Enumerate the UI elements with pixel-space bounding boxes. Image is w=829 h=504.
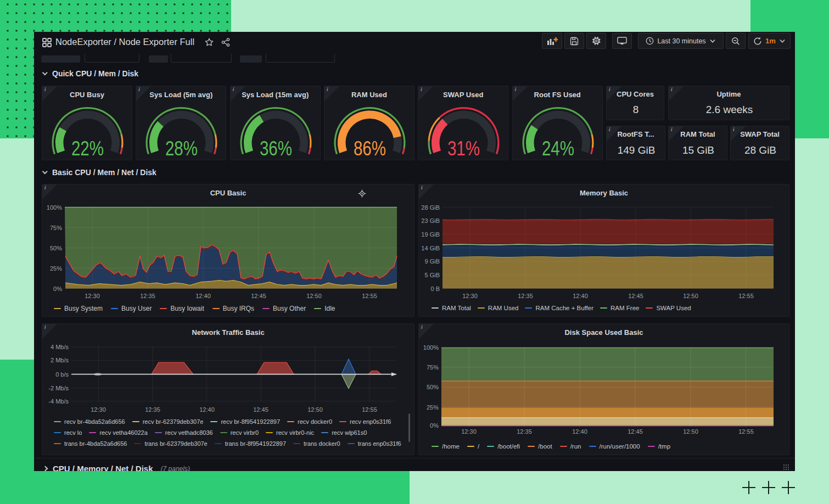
svg-text:12:35: 12:35 (140, 293, 155, 299)
svg-text:12:30: 12:30 (85, 293, 100, 299)
svg-text:50%: 50% (427, 384, 439, 390)
svg-text:-4 Mb/s: -4 Mb/s (48, 398, 69, 405)
svg-text:12:30: 12:30 (461, 428, 477, 435)
svg-text:100%: 100% (423, 344, 439, 351)
svg-text:0 B: 0 B (430, 285, 440, 292)
svg-text:12:45: 12:45 (253, 406, 268, 413)
svg-text:25%: 25% (50, 265, 62, 272)
svg-text:12:35: 12:35 (517, 428, 532, 435)
svg-text:25%: 25% (427, 404, 439, 411)
svg-text:5 GiB: 5 GiB (424, 272, 440, 278)
svg-text:12:40: 12:40 (199, 406, 215, 413)
svg-text:23 GiB: 23 GiB (421, 217, 440, 224)
svg-text:12:30: 12:30 (91, 406, 106, 413)
svg-text:12:45: 12:45 (628, 428, 643, 435)
svg-text:12:40: 12:40 (572, 428, 587, 435)
svg-text:12:55: 12:55 (738, 428, 754, 435)
svg-text:12:55: 12:55 (362, 406, 377, 413)
svg-text:12:55: 12:55 (738, 293, 754, 299)
svg-text:0 b/s: 0 b/s (55, 371, 69, 378)
svg-text:12:40: 12:40 (195, 293, 211, 299)
svg-text:28 GiB: 28 GiB (421, 204, 440, 211)
svg-text:75%: 75% (50, 225, 62, 231)
svg-text:12:50: 12:50 (683, 293, 698, 299)
svg-text:12:40: 12:40 (573, 293, 588, 299)
svg-text:100%: 100% (47, 204, 62, 211)
svg-text:50%: 50% (50, 245, 62, 251)
svg-text:9 GiB: 9 GiB (424, 258, 440, 265)
svg-text:12:50: 12:50 (683, 428, 698, 435)
svg-text:0%: 0% (430, 422, 439, 429)
svg-text:12:50: 12:50 (307, 406, 323, 413)
svg-text:19 GiB: 19 GiB (421, 231, 440, 238)
svg-text:12:55: 12:55 (362, 293, 377, 299)
svg-text:12:50: 12:50 (306, 293, 322, 299)
svg-text:-2 Mb/s: -2 Mb/s (48, 385, 69, 391)
svg-text:2 Mb/s: 2 Mb/s (51, 357, 69, 363)
svg-text:12:35: 12:35 (145, 406, 160, 413)
svg-text:12:30: 12:30 (462, 293, 478, 299)
svg-text:12:45: 12:45 (628, 293, 643, 299)
svg-text:12:45: 12:45 (251, 293, 266, 299)
svg-text:12:35: 12:35 (518, 293, 533, 299)
svg-text:4 Mb/s: 4 Mb/s (51, 344, 69, 350)
svg-text:0%: 0% (53, 285, 62, 292)
svg-text:14 GiB: 14 GiB (421, 245, 440, 251)
svg-text:75%: 75% (427, 364, 439, 371)
